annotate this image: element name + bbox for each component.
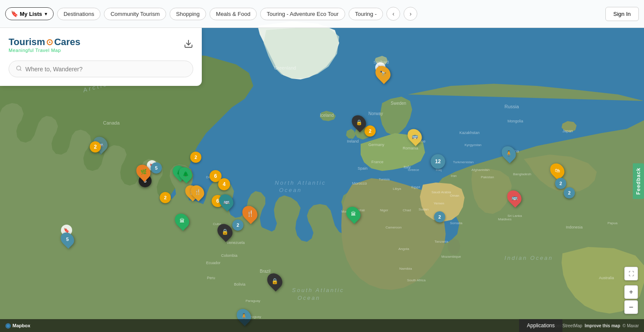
tab-touring[interactable]: Touring -: [349, 8, 383, 20]
iceland-label: Iceland: [320, 113, 334, 118]
peru-label: Peru: [207, 276, 215, 280]
marker-usa-orange-2[interactable]: 2: [160, 192, 171, 203]
canada-label: Canada: [103, 120, 120, 125]
yemen-label: Yemen: [434, 201, 444, 205]
cameroon-label: Cameroon: [386, 225, 401, 229]
marker-me-cluster-12[interactable]: 12: [431, 154, 445, 169]
ireland-label: Ireland: [347, 139, 359, 143]
search-input[interactable]: [25, 66, 186, 73]
chad-label: Chad: [403, 208, 411, 212]
egypt-label: Egypt: [411, 185, 420, 189]
my-lists-button[interactable]: 🔖 My Lists ▼: [5, 7, 54, 20]
australia-label: Australia: [599, 276, 614, 280]
marker-eu-lock-dark[interactable]: 🔒: [352, 115, 365, 130]
marker-canada-teal-5[interactable]: 5: [151, 162, 162, 174]
s-atlantic-label: South Atlantic: [292, 287, 344, 293]
marker-brazil-lock[interactable]: 🔒: [268, 273, 282, 289]
tab-touring-adventure[interactable]: Touring - Adventure Eco Tour: [260, 8, 345, 20]
improve-link[interactable]: Improve this map: [585, 323, 620, 328]
venezuela-label: Venezuela: [227, 241, 245, 245]
bolivia-label: Bolivia: [234, 282, 246, 286]
papua-label: Papua: [608, 221, 618, 225]
fullscreen-button[interactable]: ⛶: [624, 267, 638, 280]
marker-svalbard-pin[interactable]: 🔭: [376, 65, 390, 82]
marker-us-west-cluster[interactable]: 2: [90, 141, 101, 152]
mapbox-logo: ◉ Mapbox: [0, 322, 36, 329]
marker-africa-building[interactable]: 🏛: [347, 206, 360, 222]
tanzania-label: Tanzania: [434, 240, 449, 244]
marker-cluster-4[interactable]: 4: [218, 178, 230, 190]
chevron-down-icon: ▼: [44, 12, 48, 16]
marker-india-bus-red[interactable]: 🚌: [508, 190, 521, 205]
marker-eu-bus-yellow[interactable]: 🚌: [408, 128, 421, 144]
nav-prev-button[interactable]: ‹: [386, 7, 400, 21]
bottom-bar: ◉ Mapbox Applications © Mapbox © OpenStr…: [0, 319, 644, 332]
niger-label: Niger: [380, 208, 388, 212]
norway-label: Norway: [368, 111, 383, 116]
n-atlantic-label2: Ocean: [279, 187, 302, 193]
mapbox-label: Mapbox: [12, 323, 30, 328]
marker-fork-large[interactable]: 🍴: [243, 205, 257, 222]
marker-sea-shop[interactable]: 🛍: [551, 163, 564, 178]
marker-fork2[interactable]: 🍴: [191, 185, 204, 199]
marker-cluster-2-teal[interactable]: 2: [232, 219, 243, 231]
angola-label: Angola: [398, 247, 409, 251]
tab-community-tourism[interactable]: Community Tourism: [104, 8, 166, 20]
france-label: France: [371, 160, 383, 164]
s-atlantic-label2: Ocean: [298, 295, 320, 301]
sidebar-panel: Tourism ⊙ Cares Meaningful Travel Map: [0, 28, 202, 86]
sign-in-button[interactable]: Sign In: [605, 7, 639, 21]
zoom-out-button[interactable]: −: [624, 300, 638, 314]
logo-area: Tourism ⊙ Cares Meaningful Travel Map: [9, 37, 193, 53]
colombia-label: Colombia: [221, 253, 237, 258]
maxar-text: © Maxar: [623, 323, 639, 328]
logo-text: Tourism ⊙ Cares Meaningful Travel Map: [9, 37, 80, 53]
saudi-label: Saudi Arabia: [431, 190, 451, 194]
search-box[interactable]: [9, 61, 193, 77]
zoom-in-button[interactable]: +: [624, 285, 638, 299]
logo-pin-icon: ⊙: [46, 37, 53, 47]
svg-line-3: [20, 70, 21, 71]
feedback-tab[interactable]: Feedback: [633, 163, 644, 199]
applications-button[interactable]: Applications: [519, 319, 562, 332]
marker-lock-dark[interactable]: 🔒: [218, 223, 232, 240]
download-button[interactable]: [184, 39, 193, 51]
morocco-label: Morocco: [352, 181, 367, 186]
germany-label: Germany: [368, 143, 385, 147]
search-icon: [16, 65, 22, 73]
marker-eu-orange-2[interactable]: 2: [365, 125, 376, 137]
tab-shopping[interactable]: Shopping: [170, 8, 206, 20]
romania-label: Romania: [403, 146, 418, 150]
my-lists-label: My Lists: [20, 11, 42, 17]
paraguay-label: Paraguay: [246, 299, 260, 303]
turkmenistan-label: Turkmenistan: [453, 160, 474, 164]
indonesia-label: Indonesia: [566, 225, 583, 229]
tunisia-label: Tunisia: [379, 177, 390, 181]
map-controls: ⛶ + −: [624, 267, 638, 314]
ecuador-label: Ecuador: [206, 261, 221, 265]
marker-building-green[interactable]: 🏛: [176, 213, 188, 228]
marker-east-us-cluster2[interactable]: 2: [190, 152, 201, 163]
libya-label: Libya: [393, 187, 401, 191]
logo-main: Tourism ⊙ Cares: [9, 37, 80, 48]
marker-africa-cluster2[interactable]: 2: [434, 211, 445, 222]
tab-destinations[interactable]: Destinations: [57, 8, 101, 20]
marker-sea-cluster2b[interactable]: 2: [564, 187, 575, 198]
nav-next-button[interactable]: ›: [404, 7, 417, 21]
sweden-label: Sweden: [391, 101, 406, 106]
marker-bus-teal[interactable]: 🚌: [220, 194, 233, 209]
bangladesh-label: Bangladesh: [513, 172, 531, 176]
kazakhstan-label: Kazakhstan: [459, 131, 480, 135]
top-navigation: 🔖 My Lists ▼ Destinations Community Tour…: [0, 0, 644, 28]
greenland-label: Greenland: [274, 65, 296, 70]
namibia-label: Namibia: [399, 267, 412, 271]
mongolia-label: Mongolia: [507, 119, 523, 123]
logo-subtitle: Meaningful Travel Map: [9, 48, 80, 53]
somalia-label: Somalia: [450, 221, 462, 225]
marker-bm-west-5[interactable]: 5: [61, 232, 73, 247]
iran-label: Iran: [451, 174, 457, 178]
tab-meals-food[interactable]: Meals & Food: [210, 8, 257, 20]
marker-asia-person[interactable]: 🧍: [502, 146, 515, 161]
marker-canada-orange-eco[interactable]: 🌿: [137, 164, 150, 180]
marker-tree2[interactable]: 🌲: [179, 167, 191, 181]
